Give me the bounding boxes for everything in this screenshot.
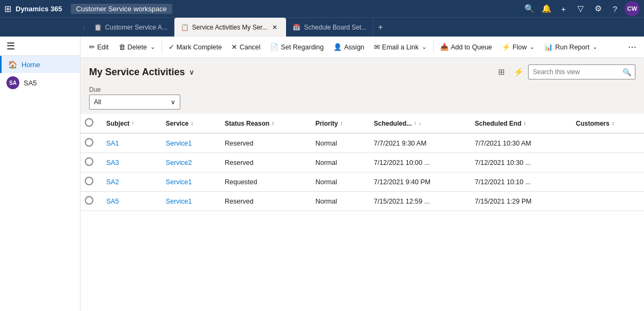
sidebar-sa-label: SA5: [24, 79, 37, 87]
separator-2: [433, 41, 434, 54]
service-link-0[interactable]: Service1: [166, 140, 192, 147]
status-reason-column-header[interactable]: Status Reason ↕: [218, 114, 309, 133]
bell-icon-btn[interactable]: 🔔: [539, 1, 554, 16]
scheduled-end-cell: 7/12/2021 10:30 ...: [469, 153, 569, 172]
row-radio-1[interactable]: [85, 157, 93, 166]
scheduled-end-cell: 7/15/2021 1:29 PM: [469, 192, 569, 211]
service-activities-table: Subject ↑ Service ↕ Stat: [80, 114, 644, 211]
assign-label: Assign: [344, 44, 364, 51]
view-chevron-icon[interactable]: ∨: [189, 68, 194, 76]
service-link-3[interactable]: Service1: [166, 198, 192, 205]
filter-icon-btn[interactable]: ▽: [573, 1, 588, 16]
checkmark-icon: ✓: [169, 43, 174, 51]
page-title: My Service Activities: [89, 67, 185, 78]
customers-cell: [569, 192, 644, 211]
layout-icon-btn[interactable]: ⊞: [494, 64, 509, 79]
flow-button[interactable]: ⚡ Flow: [497, 41, 539, 53]
tab-close-button[interactable]: ✕: [270, 23, 279, 32]
document-icon: 📄: [270, 43, 279, 51]
scheduled-start-cell: 7/12/2021 10:00 ...: [368, 153, 469, 172]
table-header-row: Subject ↑ Service ↕ Stat: [80, 114, 644, 133]
service-cell: Service1: [159, 192, 218, 211]
scheduled-start-cell: 7/7/2021 9:30 AM: [368, 133, 469, 153]
scheduled-start-column-header[interactable]: Scheduled... ↑ ↓: [368, 114, 469, 133]
mark-complete-button[interactable]: ✓ Mark Complete: [164, 41, 226, 53]
assign-button[interactable]: 👤 Assign: [329, 41, 369, 53]
mark-complete-label: Mark Complete: [177, 44, 222, 51]
row-radio-3[interactable]: [85, 196, 93, 205]
cancel-button[interactable]: ✕ Cancel: [227, 41, 265, 53]
edit-button[interactable]: ✏ Edit: [85, 41, 113, 53]
subject-link-0[interactable]: SA1: [106, 140, 119, 147]
row-select-cell: [80, 153, 100, 172]
flow-label: Flow: [513, 44, 526, 51]
separator-1: [162, 41, 162, 54]
subject-column-header[interactable]: Subject ↑: [100, 114, 159, 133]
service-link-2[interactable]: Service1: [166, 178, 192, 186]
edit-label: Edit: [97, 44, 109, 51]
email-link-button[interactable]: ✉ Email a Link: [370, 41, 431, 53]
status-reason-cell: Reserved: [218, 153, 309, 172]
add-tab-button[interactable]: +: [374, 23, 387, 32]
grid-icon[interactable]: ⊞: [4, 4, 11, 14]
search-icon-btn[interactable]: 🔍: [522, 1, 537, 16]
customers-column-header[interactable]: Customers ↕: [569, 114, 644, 133]
scheduled-start-cell: 7/15/2021 12:59 ...: [368, 192, 469, 211]
search-input[interactable]: [529, 68, 619, 76]
more-options-button[interactable]: ⋯: [625, 40, 640, 54]
cancel-label: Cancel: [239, 44, 260, 51]
filter-view-icon-btn[interactable]: ⚡: [511, 64, 526, 79]
plus-icon-btn[interactable]: +: [556, 1, 571, 16]
tab-schedule-board[interactable]: 📅 Schedule Board Set...: [286, 18, 374, 37]
sidebar-item-home[interactable]: 🏠 Home: [0, 56, 80, 73]
content-area: ✏ Edit 🗑 Delete ✓ Mark Complete ✕ Cancel…: [80, 37, 644, 311]
delete-button[interactable]: 🗑 Delete: [114, 41, 159, 53]
tab-customer-service-activities[interactable]: 📋 Customer Service A...: [87, 18, 174, 37]
row-select-cell: [80, 172, 100, 192]
tab-service-activities[interactable]: 📋 Service Activities My Ser... ✕: [174, 18, 287, 37]
scheduled-end-column-header[interactable]: Scheduled End ↕: [469, 114, 569, 133]
delete-label: Delete: [128, 44, 147, 51]
subject-sort-icon: ↑: [131, 120, 134, 126]
edit-icon: ✏: [89, 43, 95, 51]
subject-link-2[interactable]: SA2: [106, 178, 119, 186]
customers-cell: [569, 172, 644, 192]
email-icon: ✉: [374, 43, 380, 51]
priority-cell: Normal: [309, 133, 368, 153]
priority-column-header[interactable]: Priority ↕: [309, 114, 368, 133]
subject-cell: SA1: [100, 133, 159, 153]
filter-due-select[interactable]: All ∨: [89, 95, 180, 110]
help-icon-btn[interactable]: ?: [608, 1, 623, 16]
cancel-icon: ✕: [231, 43, 237, 51]
tab-back-button[interactable]: ‹: [80, 21, 87, 34]
status-reason-cell: Requested: [218, 172, 309, 192]
service-column-header[interactable]: Service ↕: [159, 114, 218, 133]
row-radio-0[interactable]: [85, 138, 93, 147]
subject-link-3[interactable]: SA5: [106, 198, 119, 205]
settings-icon-btn[interactable]: ⚙: [590, 1, 605, 16]
tab-label: Customer Service A...: [105, 24, 167, 31]
hamburger-button[interactable]: ☰: [0, 37, 80, 56]
set-regarding-button[interactable]: 📄 Set Regarding: [266, 41, 328, 53]
sidebar-item-sa5[interactable]: SA SA5: [0, 73, 80, 92]
service-column-label: Service: [166, 120, 189, 127]
tab-bar: ‹ 📋 Customer Service A... 📋 Service Acti…: [0, 17, 644, 37]
service-link-1[interactable]: Service2: [166, 159, 192, 167]
user-avatar[interactable]: CW: [625, 1, 640, 16]
row-radio-2[interactable]: [85, 177, 93, 185]
search-submit-button[interactable]: 🔍: [619, 68, 635, 76]
priority-cell: Normal: [309, 192, 368, 211]
top-nav-icons: 🔍 🔔 + ▽ ⚙ ? CW: [522, 1, 640, 16]
tab-label: Schedule Board Set...: [304, 24, 367, 31]
select-all-checkbox[interactable]: [85, 118, 93, 127]
add-to-queue-button[interactable]: 📥 Add to Queue: [436, 41, 496, 53]
run-report-button[interactable]: 📊 Run Report: [540, 41, 602, 53]
table-row: SA3 Service2 Reserved Normal 7/12/2021 1…: [80, 153, 644, 172]
status-reason-cell: Reserved: [218, 133, 309, 153]
subject-cell: SA2: [100, 172, 159, 192]
search-box: 🔍: [528, 64, 635, 79]
row-select-cell: [80, 133, 100, 153]
service-sort-icon: ↕: [191, 120, 194, 126]
app-name[interactable]: Customer Service workspace: [71, 4, 172, 14]
subject-link-1[interactable]: SA3: [106, 159, 119, 167]
